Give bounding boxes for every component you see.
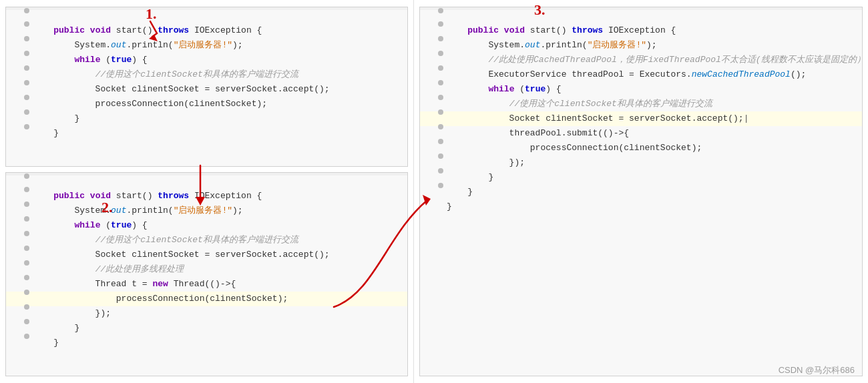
code-line: System.out.println("启动服务器!");: [6, 38, 407, 53]
code-line: [420, 10, 862, 23]
code-line: //此处使用CachedThreadPool，使用FixedThreadPool…: [420, 53, 862, 67]
left-column: public void start() throws IOException {…: [0, 0, 414, 383]
code-line: System.out.println("启动服务器!");: [6, 204, 407, 218]
code-line: }: [420, 170, 862, 185]
code-line: }: [6, 321, 407, 336]
code-line: while (true) {: [6, 53, 407, 67]
right-column: public void start() throws IOException {…: [414, 0, 868, 383]
code-line: }: [6, 126, 407, 141]
code-line: threadPool.submit(()->{: [420, 126, 862, 141]
code-line: public void start() throws IOException {: [6, 23, 407, 38]
panel-1: public void start() throws IOException {…: [5, 7, 408, 167]
code-line: //此处使用多线程处理: [6, 262, 407, 277]
code-line: ExecutorService threadPool = Executors.n…: [420, 67, 862, 82]
code-line: });: [420, 155, 862, 170]
code-line: public void start() throws IOException {: [6, 189, 407, 204]
code-line: //使用这个clientSocket和具体的客户端进行交流: [6, 233, 407, 248]
code-line: }: [420, 185, 862, 200]
code-line: Socket clinentSocket = serverSocket.acce…: [6, 248, 407, 262]
main-container: public void start() throws IOException {…: [0, 0, 868, 383]
code-line: public void start() throws IOException {: [420, 23, 862, 38]
code-line: [6, 10, 407, 23]
code-line: Socket clinentSocket = serverSocket.acce…: [6, 82, 407, 97]
code-line: [6, 175, 407, 189]
panel-2: public void start() throws IOException {…: [5, 172, 408, 376]
code-line: });: [6, 306, 407, 321]
code-line: }: [420, 200, 862, 214]
code-line: }: [6, 111, 407, 126]
code-line: System.out.println("启动服务器!");: [420, 38, 862, 53]
panel-3: public void start() throws IOException {…: [419, 7, 863, 376]
code-line-highlighted: processConnection(clinentSocket);: [6, 292, 407, 306]
code-line: }: [6, 336, 407, 350]
code-line: //使用这个clientSocket和具体的客户端进行交流: [420, 97, 862, 111]
watermark: CSDN @马尔科686: [779, 364, 855, 376]
code-line: processConnection(clinentSocket);: [6, 97, 407, 111]
code-line: //使用这个clientSocket和具体的客户端进行交流: [6, 67, 407, 82]
code-line: while (true) {: [6, 218, 407, 233]
code-line-highlighted: Socket clinentSocket = serverSocket.acce…: [420, 111, 862, 126]
code-line: while (true) {: [420, 82, 862, 97]
code-line: [6, 141, 407, 154]
code-line: Thread t = new Thread(()->{: [6, 277, 407, 292]
code-line: processConnection(clinentSocket);: [420, 141, 862, 155]
